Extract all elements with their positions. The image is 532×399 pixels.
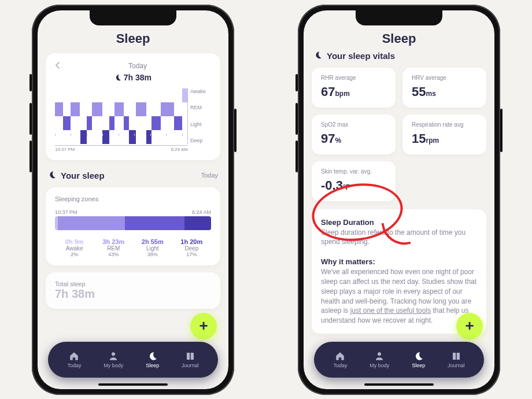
sleep-duration-summary: 7h 38m	[55, 73, 211, 83]
vital-rhr-label: RHR average	[321, 75, 386, 81]
svg-point-0	[112, 352, 115, 356]
chart-start-time: 10:37 PM	[55, 147, 75, 152]
nav-sleep[interactable]: Sleep	[412, 351, 425, 368]
your-sleep-vitals-heading: Your sleep vitals	[314, 51, 484, 61]
your-sleep-heading: Your sleep Today	[48, 171, 218, 180]
vital-resp-label: Respiration rate avg	[412, 121, 477, 128]
vital-rhr[interactable]: RHR average 67bpm	[312, 68, 396, 108]
total-sleep-value: 7h 38m	[55, 287, 211, 301]
add-button[interactable]: +	[456, 313, 483, 339]
zone-light: 2h 55m Light 38%	[133, 238, 172, 257]
nav-journal[interactable]: Journal	[182, 351, 199, 368]
info-body-why: We've all experienced how even one night…	[321, 267, 477, 326]
zone-rem: 3h 23m REM 43%	[94, 238, 134, 257]
book-icon	[451, 351, 461, 361]
sleeping-zones-card[interactable]: Sleeping zones 10:37 PM 6:24 AM 0h 9m	[46, 187, 220, 265]
moon-icon	[48, 171, 56, 180]
vital-spo2-value: 97%	[321, 131, 386, 146]
add-button[interactable]: +	[190, 313, 217, 339]
vital-rhr-value: 67bpm	[321, 84, 386, 99]
stage-label-awake: Awake	[190, 88, 211, 94]
info-body-duration: Sleep duration refers to the amount of t…	[321, 228, 477, 247]
sleep-duration-info-card[interactable]: Sleep Duration Sleep duration refers to …	[312, 209, 486, 334]
nav-my-body[interactable]: My body	[370, 351, 389, 368]
nav-journal[interactable]: Journal	[448, 351, 465, 368]
person-icon	[374, 351, 385, 361]
vital-resp-value: 15rpm	[412, 131, 477, 146]
book-icon	[185, 351, 195, 361]
stage-label-deep: Deep	[190, 138, 211, 143]
moon-icon	[413, 351, 424, 361]
moon-icon	[114, 73, 121, 83]
vital-resp[interactable]: Respiration rate avg 15rpm	[402, 114, 486, 154]
total-sleep-card[interactable]: Total sleep 7h 38m	[46, 272, 220, 309]
zones-start-time: 10:37 PM	[55, 209, 77, 215]
vital-hrv-value: 55ms	[412, 84, 477, 99]
vital-hrv[interactable]: HRV average 55ms	[402, 68, 486, 108]
home-icon	[335, 351, 345, 361]
home-icon	[69, 351, 79, 361]
phone-right: Sleep Your sleep vitals RHR average 67bp…	[298, 5, 500, 395]
info-heading-duration: Sleep Duration	[321, 217, 477, 228]
vital-skin-temp[interactable]: Skin temp. var. avg. -0.3°F	[312, 161, 396, 201]
zones-end-time: 6:24 AM	[192, 209, 211, 215]
nav-sleep[interactable]: Sleep	[146, 351, 159, 368]
sleep-stages-card[interactable]: Today 7h 38m	[46, 53, 220, 160]
nav-today[interactable]: Today	[67, 351, 81, 368]
prev-day-chevron-icon[interactable]	[55, 61, 60, 71]
nav-my-body[interactable]: My body	[104, 351, 123, 368]
moon-icon	[147, 351, 158, 361]
chart-end-time: 6:24 AM	[171, 147, 188, 152]
zones-bar	[55, 216, 211, 230]
sleep-stage-chart: Awake REM Light Deep 10:37 PM 6:24 AM	[55, 88, 211, 152]
vital-skin-temp-value: -0.3°F	[321, 178, 386, 193]
plus-icon: +	[465, 317, 474, 335]
zone-deep: 1h 20m Deep 17%	[172, 238, 212, 257]
svg-point-1	[378, 352, 381, 356]
stage-label-light: Light	[190, 121, 211, 127]
vital-spo2[interactable]: SpO2 max 97%	[312, 114, 396, 154]
info-heading-why: Why it matters:	[321, 257, 477, 267]
your-sleep-date: Today	[201, 172, 218, 179]
day-label: Today	[64, 62, 211, 70]
person-icon	[108, 351, 119, 361]
zone-awake: 0h 9m Awake 2%	[55, 238, 94, 257]
total-sleep-label: Total sleep	[55, 280, 211, 287]
stage-label-rem: REM	[190, 105, 211, 110]
plus-icon: +	[199, 317, 208, 335]
zones-label: Sleeping zones	[55, 195, 211, 202]
bottom-nav: Today My body Sleep Journal	[48, 342, 218, 378]
vital-spo2-label: SpO2 max	[321, 121, 386, 128]
phone-left: Sleep Today 7h 38m	[32, 5, 234, 395]
bottom-nav: Today My body Sleep Journal	[314, 342, 484, 378]
moon-icon	[314, 51, 322, 61]
vital-skin-temp-label: Skin temp. var. avg.	[321, 168, 386, 175]
vital-hrv-label: HRV average	[412, 75, 477, 81]
nav-today[interactable]: Today	[333, 351, 347, 368]
